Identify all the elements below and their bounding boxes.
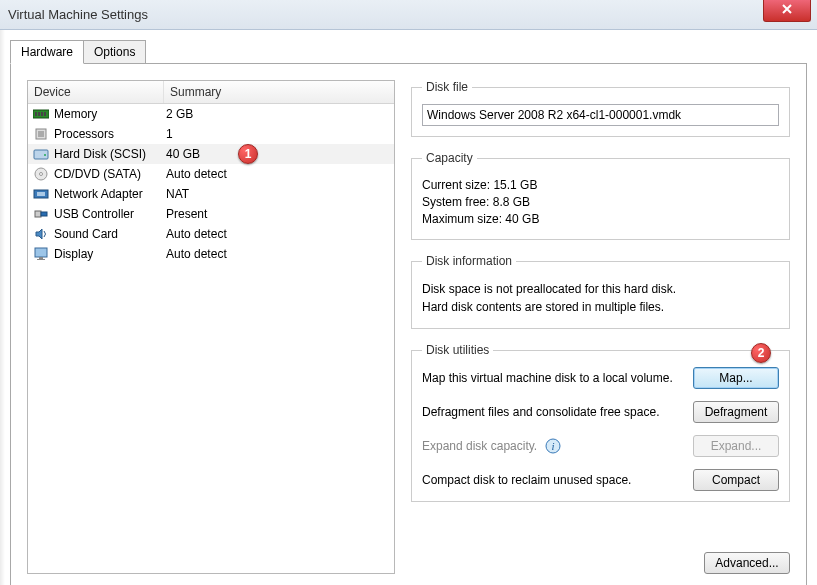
capacity-current-label: Current size:: [422, 178, 490, 192]
disk-file-group: Disk file: [411, 80, 790, 137]
device-row-sound[interactable]: Sound Card Auto detect: [28, 224, 394, 244]
device-summary: NAT: [164, 187, 390, 201]
svg-rect-13: [35, 211, 41, 217]
settings-window: Virtual Machine Settings Hardware Option…: [0, 0, 817, 585]
window-left-shadow: [0, 30, 5, 585]
header-device[interactable]: Device: [28, 81, 164, 103]
capacity-max-label: Maximum size:: [422, 212, 502, 226]
device-row-processors[interactable]: Processors 1: [28, 124, 394, 144]
device-summary: 40 GB: [164, 147, 390, 161]
compact-button[interactable]: Compact: [693, 469, 779, 491]
expand-button: Expand...: [693, 435, 779, 457]
usb-icon: [32, 206, 50, 222]
svg-rect-4: [44, 112, 46, 116]
device-label: Display: [54, 247, 93, 261]
display-icon: [32, 246, 50, 262]
advanced-row: Advanced...: [411, 552, 790, 574]
svg-rect-2: [38, 112, 40, 116]
disk-info-legend: Disk information: [422, 254, 516, 268]
disk-file-legend: Disk file: [422, 80, 472, 94]
device-summary: Auto detect: [164, 247, 390, 261]
util-row-map: Map this virtual machine disk to a local…: [422, 367, 779, 389]
svg-rect-12: [37, 192, 45, 196]
disk-utilities-group: Disk utilities Map this virtual machine …: [411, 343, 790, 502]
util-expand-text: Expand disk capacity. i: [422, 438, 683, 455]
util-expand-label: Expand disk capacity.: [422, 439, 537, 453]
util-row-compact: Compact disk to reclaim unused space. Co…: [422, 469, 779, 491]
capacity-free-label: System free:: [422, 195, 489, 209]
map-button[interactable]: Map...: [693, 367, 779, 389]
defragment-button[interactable]: Defragment: [693, 401, 779, 423]
titlebar[interactable]: Virtual Machine Settings: [0, 0, 817, 30]
svg-rect-7: [34, 150, 48, 159]
svg-rect-1: [35, 112, 37, 116]
device-table-header: Device Summary: [28, 81, 394, 104]
device-label: CD/DVD (SATA): [54, 167, 141, 181]
device-summary: Auto detect: [164, 167, 390, 181]
util-row-defrag: Defragment files and consolidate free sp…: [422, 401, 779, 423]
device-label: Hard Disk (SCSI): [54, 147, 146, 161]
device-row-network[interactable]: Network Adapter NAT: [28, 184, 394, 204]
device-row-memory[interactable]: Memory 2 GB: [28, 104, 394, 124]
util-map-text: Map this virtual machine disk to a local…: [422, 370, 683, 387]
svg-rect-15: [35, 248, 47, 257]
device-label: Network Adapter: [54, 187, 143, 201]
disk-info-line2: Hard disk contents are stored in multipl…: [422, 300, 779, 314]
svg-rect-17: [37, 259, 45, 260]
tab-panel-hardware: Device Summary Memory 2 GB Proces: [10, 63, 807, 585]
device-row-display[interactable]: Display Auto detect: [28, 244, 394, 264]
info-icon[interactable]: i: [545, 438, 561, 454]
device-label: Sound Card: [54, 227, 118, 241]
callout-1: 1: [238, 144, 258, 164]
util-row-expand: Expand disk capacity. i Expand...: [422, 435, 779, 457]
device-label: USB Controller: [54, 207, 134, 221]
capacity-group: Capacity Current size: 15.1 GB System fr…: [411, 151, 790, 240]
disk-info-line1: Disk space is not preallocated for this …: [422, 282, 779, 296]
device-summary: Present: [164, 207, 390, 221]
close-button[interactable]: [763, 0, 811, 22]
tab-options[interactable]: Options: [83, 40, 146, 64]
device-detail-column: Disk file Capacity Current size: 15.1 GB…: [411, 80, 790, 574]
callout-2: 2: [751, 343, 771, 363]
svg-rect-14: [41, 212, 47, 216]
hdd-icon: [32, 146, 50, 162]
capacity-free-row: System free: 8.8 GB: [422, 195, 779, 209]
util-defrag-text: Defragment files and consolidate free sp…: [422, 404, 683, 421]
device-summary: Auto detect: [164, 227, 390, 241]
svg-rect-6: [38, 131, 44, 137]
svg-rect-16: [39, 257, 43, 259]
device-summary: 2 GB: [164, 107, 390, 121]
window-title: Virtual Machine Settings: [8, 7, 148, 22]
disk-utilities-legend: Disk utilities: [422, 343, 493, 357]
device-row-harddisk[interactable]: Hard Disk (SCSI) 40 GB 1: [28, 144, 394, 164]
capacity-current-value: 15.1 GB: [493, 178, 537, 192]
svg-point-8: [44, 154, 46, 156]
close-icon: [781, 3, 793, 15]
capacity-current-row: Current size: 15.1 GB: [422, 178, 779, 192]
capacity-free-value: 8.8 GB: [493, 195, 530, 209]
device-label: Processors: [54, 127, 114, 141]
svg-point-10: [40, 173, 43, 176]
device-row-cddvd[interactable]: CD/DVD (SATA) Auto detect: [28, 164, 394, 184]
disk-info-group: Disk information Disk space is not preal…: [411, 254, 790, 329]
capacity-legend: Capacity: [422, 151, 477, 165]
device-row-usb[interactable]: USB Controller Present: [28, 204, 394, 224]
svg-text:i: i: [551, 440, 554, 452]
disk-file-input[interactable]: [422, 104, 779, 126]
device-list-column: Device Summary Memory 2 GB Proces: [27, 80, 395, 574]
cpu-icon: [32, 126, 50, 142]
capacity-max-row: Maximum size: 40 GB: [422, 212, 779, 226]
capacity-max-value: 40 GB: [505, 212, 539, 226]
device-summary: 1: [164, 127, 390, 141]
device-label: Memory: [54, 107, 97, 121]
memory-icon: [32, 106, 50, 122]
tab-strip: Hardware Options: [10, 40, 807, 64]
svg-rect-3: [41, 112, 43, 116]
tab-hardware[interactable]: Hardware: [10, 40, 84, 64]
header-summary[interactable]: Summary: [164, 81, 394, 103]
device-table: Device Summary Memory 2 GB Proces: [27, 80, 395, 574]
cd-icon: [32, 166, 50, 182]
util-compact-text: Compact disk to reclaim unused space.: [422, 472, 683, 489]
advanced-button[interactable]: Advanced...: [704, 552, 790, 574]
content-area: Hardware Options Device Summary Memory 2…: [0, 30, 817, 585]
